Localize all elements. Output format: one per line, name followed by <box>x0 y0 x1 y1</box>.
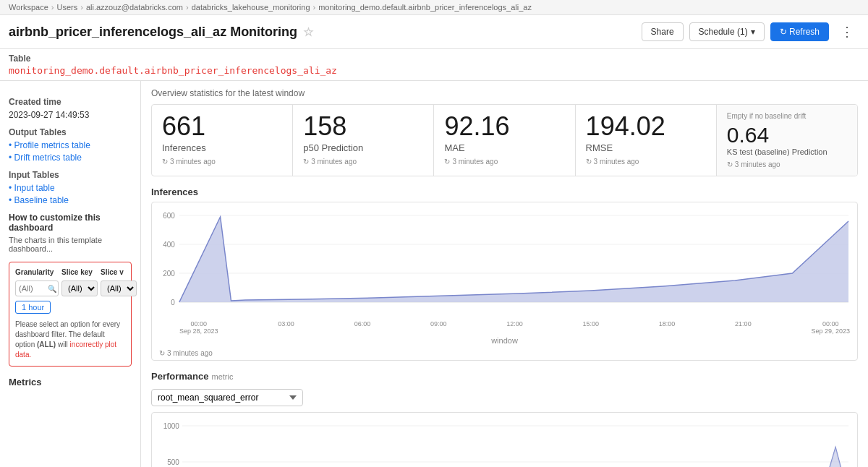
breadcrumb: Workspace › Users › ali.azzouz@databrick… <box>0 0 868 15</box>
inferences-label: Inferences <box>162 142 282 153</box>
drift-metrics-link[interactable]: Drift metrics table <box>9 153 132 163</box>
one-hour-chip[interactable]: 1 hour <box>15 301 51 314</box>
svg-text:600: 600 <box>163 212 175 220</box>
breadcrumb-user[interactable]: ali.azzouz@databricks.com <box>86 3 183 12</box>
svg-text:500: 500 <box>167 458 179 466</box>
x-label-6: 18:00 <box>659 320 676 335</box>
created-time-label: Created time <box>9 97 132 107</box>
filter-inputs-row: 🔍 (All) (All) <box>15 280 125 296</box>
rmse-label: RMSE <box>586 142 706 153</box>
inferences-time: ↻ 3 minutes ago <box>162 158 282 166</box>
stat-card-p50: 158 p50 Prediction ↻ 3 minutes ago <box>293 105 434 176</box>
perf-title-row: Performance metric <box>151 371 858 385</box>
output-tables-label: Output Tables <box>9 127 132 137</box>
svg-text:0: 0 <box>171 299 175 307</box>
baseline-table-link[interactable]: Baseline table <box>9 195 132 205</box>
perf-chart-container: 1000 500 0 00:00Sep 28, 2023 03:00 06:00 <box>151 412 858 467</box>
stat-card-rmse: 194.02 RMSE ↻ 3 minutes ago <box>576 105 717 176</box>
perf-chart-svg: 1000 500 0 <box>159 419 850 467</box>
ks-time: ↻ 3 minutes ago <box>727 160 847 168</box>
refresh-icon-2: ↻ <box>303 158 309 166</box>
how-to-text: The charts in this template dashboard... <box>9 236 132 253</box>
performance-chart-section: Performance metric root_mean_squared_err… <box>151 371 858 467</box>
p50-time: ↻ 3 minutes ago <box>303 158 423 166</box>
created-time-value: 2023-09-27 14:49:53 <box>9 110 132 120</box>
more-options-button[interactable]: ⋮ <box>835 21 859 43</box>
svg-text:400: 400 <box>163 241 175 249</box>
x-label-8: 00:00Sep 29, 2023 <box>811 320 850 335</box>
refresh-button[interactable]: ↻ Refresh <box>770 22 829 41</box>
filter-note: Please select an option for every dashbo… <box>15 320 125 360</box>
slice-v-label: Slice v <box>101 268 124 276</box>
inferences-chart-section: Inferences 600 400 200 0 <box>151 187 858 361</box>
schedule-button[interactable]: Schedule (1) ▾ <box>689 22 765 41</box>
mae-label: MAE <box>444 142 564 153</box>
ks-number: 0.64 <box>727 123 847 147</box>
stat-card-inferences: 661 Inferences ↻ 3 minutes ago <box>152 105 293 176</box>
x-label-5: 15:00 <box>583 320 600 335</box>
x-label-7: 21:00 <box>735 320 752 335</box>
inferences-chart-time: ↻ 3 minutes ago <box>159 349 850 357</box>
input-tables-label: Input Tables <box>9 170 132 180</box>
refresh-icon-6: ↻ <box>159 349 165 357</box>
metrics-title: Metrics <box>9 377 132 387</box>
perf-title: Performance <box>151 371 208 382</box>
page-title-container: airbnb_pricer_inferencelogs_ali_az Monit… <box>9 25 642 40</box>
header-actions: Share Schedule (1) ▾ ↻ Refresh ⋮ <box>642 21 859 43</box>
p50-label: p50 Prediction <box>303 142 423 153</box>
sidebar: Created time 2023-09-27 14:49:53 Output … <box>0 81 141 467</box>
share-button[interactable]: Share <box>642 22 684 41</box>
refresh-icon-3: ↻ <box>444 158 450 166</box>
slice-key-select[interactable]: (All) <box>61 280 98 296</box>
x-label-4: 12:00 <box>506 320 523 335</box>
slice-v-select[interactable]: (All) <box>101 280 137 296</box>
table-value: monitoring_demo.default.airbnb_pricer_in… <box>9 65 859 76</box>
svg-marker-8 <box>179 217 848 302</box>
svg-text:1000: 1000 <box>163 422 180 430</box>
slice-key-label: Slice key <box>61 268 98 276</box>
perf-metric-select[interactable]: root_mean_squared_error mae mse <box>151 389 303 406</box>
mae-number: 92.16 <box>444 112 564 141</box>
how-to-title: How to customize this dashboard <box>9 213 132 233</box>
ks-empty-label: Empty if no baseline drift <box>727 112 847 120</box>
inferences-chart-container: 600 400 200 0 00:00Sep <box>151 202 858 361</box>
refresh-icon-5: ↻ <box>727 160 733 168</box>
stat-card-mae: 92.16 MAE ↻ 3 minutes ago <box>434 105 575 176</box>
perf-sub: metric <box>211 372 233 381</box>
granularity-input-wrap: 🔍 <box>15 280 59 296</box>
stats-row: 661 Inferences ↻ 3 minutes ago 158 p50 P… <box>151 104 858 176</box>
breadcrumb-table[interactable]: monitoring_demo.default.airbnb_pricer_in… <box>318 3 532 12</box>
granularity-label: Granularity <box>15 268 59 276</box>
inferences-x-labels: 00:00Sep 28, 2023 03:00 06:00 09:00 12:0… <box>159 320 850 335</box>
inferences-chart-svg: 600 400 200 0 <box>159 208 850 317</box>
svg-text:200: 200 <box>163 270 175 278</box>
profile-metrics-link[interactable]: Profile metrics table <box>9 140 132 150</box>
input-table-link[interactable]: Input table <box>9 183 132 193</box>
inferences-chart-title: Inferences <box>151 187 858 197</box>
main-content: Overview statistics for the latest windo… <box>141 81 868 467</box>
inferences-window-label: window <box>159 336 850 345</box>
rmse-time: ↻ 3 minutes ago <box>586 158 706 166</box>
chevron-down-icon: ▾ <box>751 27 755 37</box>
table-label: Table <box>9 53 859 64</box>
x-label-2: 06:00 <box>354 320 371 335</box>
breadcrumb-monitoring[interactable]: databricks_lakehouse_monitoring <box>192 3 310 12</box>
refresh-icon: ↻ <box>162 158 168 166</box>
x-label-3: 09:00 <box>430 320 447 335</box>
refresh-icon-4: ↻ <box>586 158 592 166</box>
page-title: airbnb_pricer_inferencelogs_ali_az Monit… <box>9 25 297 40</box>
breadcrumb-workspace[interactable]: Workspace <box>9 3 48 12</box>
breadcrumb-users[interactable]: Users <box>57 3 78 12</box>
rmse-number: 194.02 <box>586 112 706 141</box>
table-section: Table monitoring_demo.default.airbnb_pri… <box>0 49 868 81</box>
page-header: airbnb_pricer_inferencelogs_ali_az Monit… <box>0 15 868 49</box>
x-label-1: 03:00 <box>278 320 294 335</box>
filter-section: Granularity Slice key Slice v 🔍 (All) (A… <box>9 262 132 367</box>
star-icon[interactable]: ☆ <box>303 25 313 39</box>
svg-marker-15 <box>182 447 848 467</box>
search-icon: 🔍 <box>48 285 56 293</box>
mae-time: ↻ 3 minutes ago <box>444 158 564 166</box>
inferences-number: 661 <box>162 112 282 141</box>
p50-number: 158 <box>303 112 423 141</box>
x-label-0: 00:00Sep 28, 2023 <box>179 320 218 335</box>
